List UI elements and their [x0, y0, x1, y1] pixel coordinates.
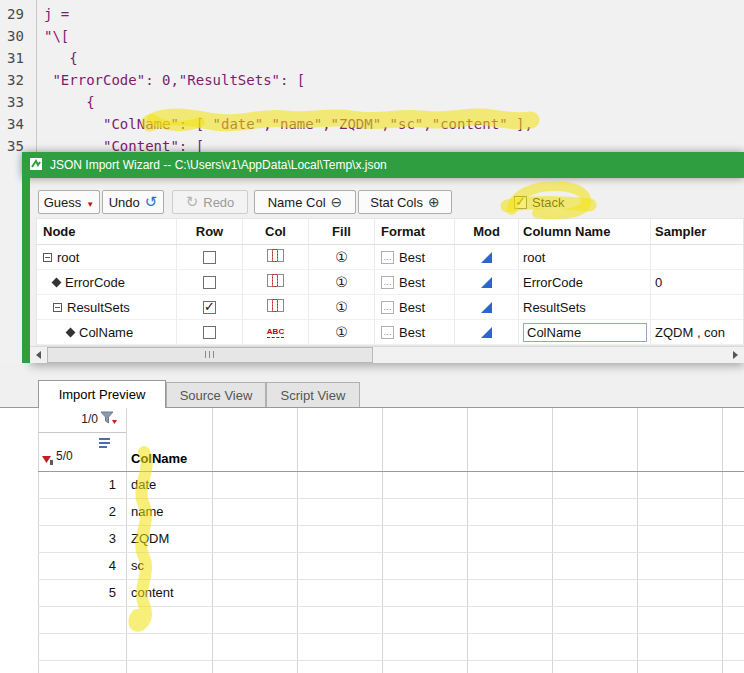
mod-flag-icon[interactable] [481, 327, 492, 338]
format-value: Best [399, 325, 425, 340]
header-col: Col [243, 219, 309, 244]
column-name-field[interactable]: ColName [523, 323, 647, 342]
code-text: "\[ [44, 25, 69, 47]
format-value: Best [399, 300, 425, 315]
wizard-title: JSON Import Wizard -- C:\Users\v1\AppDat… [50, 158, 387, 172]
undo-icon [145, 193, 158, 211]
header-sub-line [38, 432, 126, 433]
cell-value: content [131, 579, 174, 606]
format-dropdown-icon[interactable] [381, 276, 394, 289]
guess-label: Guess [44, 195, 82, 210]
stat-cols-button[interactable]: Stat Cols [358, 190, 452, 214]
fill-mode-icon[interactable] [335, 324, 348, 340]
stack-checkbox[interactable] [514, 196, 527, 209]
node-row-root[interactable]: root Best root [37, 245, 743, 270]
wizard-titlebar[interactable]: JSON Import Wizard -- C:\Users\v1\AppDat… [22, 152, 744, 178]
row-checkbox[interactable] [203, 251, 216, 264]
row-count-label: 1/0 [38, 412, 98, 426]
row-number: 5 [38, 579, 116, 606]
header-column-name: Column Name [519, 219, 651, 244]
guess-dropdown-icon [86, 195, 94, 210]
column-name-text: ErrorCode [523, 275, 583, 290]
header-fill: Fill [309, 219, 375, 244]
row-number: 4 [38, 552, 116, 579]
line-number: 32 [7, 69, 24, 91]
row-number: 3 [38, 525, 116, 552]
code-line: 33 { [0, 91, 744, 113]
filter-funnel-icon[interactable] [100, 411, 118, 430]
node-label: ResultSets [67, 300, 130, 315]
node-row-errorcode[interactable]: ErrorCode Best ErrorCode 0 [37, 270, 743, 295]
format-dropdown-icon[interactable] [381, 301, 394, 314]
scrollbar-thumb[interactable] [47, 347, 373, 363]
format-dropdown-icon[interactable] [381, 326, 394, 339]
name-col-button[interactable]: Name Col [254, 190, 356, 214]
selection-count-icon [41, 452, 54, 470]
code-line: 34 "ColName": [ "date","name","ZQDM","sc… [0, 113, 744, 135]
column-type-icon[interactable] [267, 274, 284, 290]
node-row-colname[interactable]: ColName ABC Best ColName ZQDM , con [37, 320, 743, 345]
row-checkbox[interactable] [203, 276, 216, 289]
format-dropdown-icon[interactable] [381, 251, 394, 264]
row-checkbox[interactable] [203, 301, 216, 314]
cell-value: sc [131, 552, 144, 579]
redo-icon [186, 193, 199, 211]
code-line: 29j = [0, 3, 744, 25]
node-table-header: Node Row Col Fill Format Mod Column Name… [37, 219, 743, 245]
guess-button[interactable]: Guess [38, 190, 100, 214]
header-node: Node [37, 219, 177, 244]
mod-flag-icon[interactable] [481, 302, 492, 313]
mod-flag-icon[interactable] [481, 277, 492, 288]
fill-mode-icon[interactable] [335, 299, 348, 315]
leaf-diamond-icon [66, 327, 76, 337]
column-name-text: root [523, 250, 545, 265]
code-text: "ColName": [ "date","name","ZQDM","sc","… [44, 113, 533, 135]
tab-source-view[interactable]: Source View [166, 382, 266, 408]
grid-line [38, 633, 744, 634]
list-icon[interactable] [98, 435, 111, 453]
import-preview-grid: 1/0 5/0 ColName 1 date 2 name 3 ZQDM 4 s… [0, 407, 744, 673]
fill-mode-icon[interactable] [335, 249, 348, 265]
node-row-resultsets[interactable]: ResultSets Best ResultSets [37, 295, 743, 320]
row-number: 2 [38, 498, 116, 525]
tab-script-view[interactable]: Script View [266, 382, 360, 408]
code-line: 30"\[ [0, 25, 744, 47]
column-type-icon[interactable] [267, 249, 284, 265]
cell-value: name [131, 498, 164, 525]
column-type-icon[interactable] [267, 299, 284, 315]
stat-cols-label: Stat Cols [370, 195, 423, 210]
row-checkbox[interactable] [203, 326, 216, 339]
header-format: Format [375, 219, 455, 244]
redo-button[interactable]: Redo [172, 190, 248, 214]
text-type-icon[interactable]: ABC [267, 327, 284, 338]
code-text: j = [44, 3, 69, 25]
scroll-left-button[interactable] [30, 347, 47, 363]
preview-section: Import Preview Source View Script View [0, 363, 744, 673]
wizard-toolbar: Guess Undo Redo Name Col Stat Cols S [38, 190, 565, 214]
fill-mode-icon[interactable] [335, 274, 348, 290]
mod-flag-icon[interactable] [481, 252, 492, 263]
tree-expand-icon[interactable] [43, 253, 52, 262]
code-line: 31 { [0, 47, 744, 69]
header-row: Row [177, 219, 243, 244]
undo-button[interactable]: Undo [102, 190, 164, 214]
name-col-label: Name Col [268, 195, 326, 210]
horizontal-scrollbar[interactable] [30, 346, 744, 363]
scroll-right-button[interactable] [727, 347, 744, 363]
redo-label: Redo [203, 195, 234, 210]
tree-expand-icon[interactable] [53, 303, 62, 312]
column-name-text: ResultSets [523, 300, 586, 315]
preview-column-header[interactable]: ColName [131, 448, 187, 470]
line-number: 29 [7, 3, 24, 25]
code-line: 32 "ErrorCode": 0,"ResultSets": [ [0, 69, 744, 91]
window-left-border [22, 178, 30, 363]
tab-import-preview[interactable]: Import Preview [38, 380, 166, 408]
undo-label: Undo [109, 195, 140, 210]
sampler-text: 0 [655, 275, 662, 290]
selected-count-label: 5/0 [56, 449, 73, 463]
line-number: 34 [7, 113, 24, 135]
code-editor[interactable]: 29j = 30"\[ 31 { 32 "ErrorCode": 0,"Resu… [0, 0, 744, 152]
code-text: "ErrorCode": 0,"ResultSets": [ [44, 69, 305, 91]
stack-label: Stack [532, 195, 565, 210]
remove-circle-icon [331, 194, 343, 210]
